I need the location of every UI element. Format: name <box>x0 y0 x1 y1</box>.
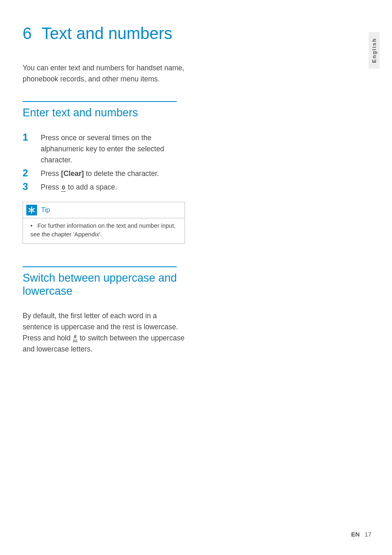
step-number: 3 <box>23 181 41 192</box>
section-title-enter-text: Enter text and numbers <box>23 106 189 119</box>
step-number: 1 <box>23 132 41 142</box>
tip-box: Tip • For further information on the tex… <box>23 202 185 244</box>
clear-key-label: [Clear] <box>61 169 84 178</box>
step-3: 3 Press 0 to add a space. <box>23 181 189 193</box>
chapter-title: 6 Text and numbers <box>23 24 189 43</box>
section-divider <box>23 101 177 102</box>
switch-case-paragraph: By default, the first letter of each wor… <box>23 310 187 355</box>
chapter-title-text: Text and numbers <box>42 24 172 43</box>
page-footer: EN17 <box>351 531 371 538</box>
section-title-switch-case: Switch between uppercase and lowercase <box>23 271 189 298</box>
language-tab: English <box>369 32 380 69</box>
tip-body: • For further information on the text an… <box>23 218 184 243</box>
step-2: 2 Press [Clear] to delete the character. <box>23 168 189 179</box>
zero-key-icon: 0 <box>61 184 66 192</box>
tip-header: Tip <box>23 202 184 217</box>
footer-lang: EN <box>351 531 360 538</box>
step-text-b: to add a space. <box>66 183 117 191</box>
step-text-b: to delete the character. <box>84 169 159 178</box>
step-1: 1 Press once or several times on the alp… <box>23 132 189 166</box>
step-text-a: Press <box>41 183 61 191</box>
hash-key-icon: #a/A <box>73 335 78 342</box>
asterisk-icon <box>26 205 37 215</box>
step-text-a: Press <box>41 169 61 178</box>
step-number: 2 <box>23 168 41 178</box>
manual-page: English 6 Text and numbers You can enter… <box>0 0 392 555</box>
chapter-number: 6 <box>23 24 32 43</box>
tip-label: Tip <box>41 206 50 214</box>
step-text: Press once or several times on the alpha… <box>41 132 189 166</box>
intro-paragraph: You can enter text and numbers for hands… <box>23 62 189 85</box>
step-text: Press 0 to add a space. <box>41 181 117 193</box>
step-text: Press [Clear] to delete the character. <box>41 168 159 179</box>
tip-text: For further information on the text and … <box>30 222 175 237</box>
section-divider <box>23 266 177 267</box>
content-column: 6 Text and numbers You can enter text an… <box>23 24 189 355</box>
footer-page-number: 17 <box>364 531 371 538</box>
step-list: 1 Press once or several times on the alp… <box>23 132 189 193</box>
